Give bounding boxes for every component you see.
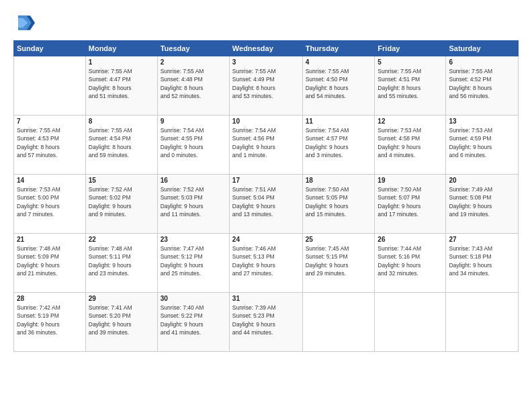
calendar-cell: 5Sunrise: 7:55 AMSunset: 4:51 PMDaylight… (375, 56, 446, 116)
calendar-cell (446, 293, 519, 352)
calendar-cell: 11Sunrise: 7:54 AMSunset: 4:57 PMDayligh… (302, 116, 375, 175)
day-info: Sunrise: 7:53 AMSunset: 4:58 PMDaylight:… (378, 126, 443, 159)
day-info: Sunrise: 7:44 AMSunset: 5:16 PMDaylight:… (378, 244, 443, 277)
calendar-cell (302, 293, 375, 352)
calendar-cell: 29Sunrise: 7:41 AMSunset: 5:20 PMDayligh… (85, 293, 157, 352)
day-info: Sunrise: 7:55 AMSunset: 4:48 PMDaylight:… (161, 67, 226, 100)
calendar-cell: 6Sunrise: 7:55 AMSunset: 4:52 PMDaylight… (446, 56, 519, 116)
calendar-cell: 21Sunrise: 7:48 AMSunset: 5:09 PMDayligh… (14, 234, 86, 293)
day-info: Sunrise: 7:48 AMSunset: 5:09 PMDaylight:… (17, 244, 83, 277)
day-number: 29 (89, 295, 154, 302)
day-info: Sunrise: 7:55 AMSunset: 4:50 PMDaylight:… (306, 67, 372, 100)
day-info: Sunrise: 7:52 AMSunset: 5:02 PMDaylight:… (89, 185, 154, 218)
day-info: Sunrise: 7:40 AMSunset: 5:22 PMDaylight:… (161, 304, 226, 336)
weekday-header-row: SundayMondayTuesdayWednesdayThursdayFrid… (14, 41, 519, 56)
day-number: 8 (89, 118, 154, 125)
day-number: 4 (306, 58, 372, 66)
day-info: Sunrise: 7:43 AMSunset: 5:18 PMDaylight:… (449, 244, 515, 277)
calendar-cell: 8Sunrise: 7:55 AMSunset: 4:54 PMDaylight… (85, 116, 157, 175)
day-info: Sunrise: 7:45 AMSunset: 5:15 PMDaylight:… (306, 244, 372, 277)
weekday-header-friday: Friday (375, 41, 446, 56)
week-row-3: 14Sunrise: 7:53 AMSunset: 5:00 PMDayligh… (14, 175, 519, 234)
day-number: 31 (232, 295, 300, 302)
day-number: 7 (17, 118, 83, 125)
weekday-header-wednesday: Wednesday (229, 41, 302, 56)
calendar-cell: 25Sunrise: 7:45 AMSunset: 5:15 PMDayligh… (302, 234, 375, 293)
calendar-cell: 4Sunrise: 7:55 AMSunset: 4:50 PMDaylight… (302, 56, 375, 116)
day-number: 16 (161, 177, 226, 184)
calendar-cell: 23Sunrise: 7:47 AMSunset: 5:12 PMDayligh… (157, 234, 229, 293)
calendar-table: SundayMondayTuesdayWednesdayThursdayFrid… (13, 40, 519, 352)
day-info: Sunrise: 7:54 AMSunset: 4:56 PMDaylight:… (232, 126, 300, 159)
calendar-cell (375, 293, 446, 352)
calendar-cell: 10Sunrise: 7:54 AMSunset: 4:56 PMDayligh… (229, 116, 302, 175)
day-number: 24 (232, 236, 300, 243)
week-row-5: 28Sunrise: 7:42 AMSunset: 5:19 PMDayligh… (14, 293, 519, 352)
page: SundayMondayTuesdayWednesdayThursdayFrid… (0, 0, 532, 411)
calendar-cell (14, 56, 86, 116)
day-info: Sunrise: 7:47 AMSunset: 5:12 PMDaylight:… (161, 244, 226, 277)
calendar-cell: 7Sunrise: 7:55 AMSunset: 4:53 PMDaylight… (14, 116, 86, 175)
calendar-cell: 15Sunrise: 7:52 AMSunset: 5:02 PMDayligh… (85, 175, 157, 234)
day-number: 22 (89, 236, 154, 243)
day-info: Sunrise: 7:41 AMSunset: 5:20 PMDaylight:… (89, 304, 154, 336)
day-number: 5 (378, 58, 443, 66)
calendar-cell: 13Sunrise: 7:53 AMSunset: 4:59 PMDayligh… (446, 116, 519, 175)
day-info: Sunrise: 7:48 AMSunset: 5:11 PMDaylight:… (89, 244, 154, 277)
day-number: 13 (449, 118, 515, 125)
calendar-cell: 16Sunrise: 7:52 AMSunset: 5:03 PMDayligh… (157, 175, 229, 234)
calendar-cell: 1Sunrise: 7:55 AMSunset: 4:47 PMDaylight… (85, 56, 157, 116)
week-row-4: 21Sunrise: 7:48 AMSunset: 5:09 PMDayligh… (14, 234, 519, 293)
day-info: Sunrise: 7:39 AMSunset: 5:23 PMDaylight:… (232, 304, 300, 336)
weekday-header-monday: Monday (85, 41, 157, 56)
day-number: 21 (17, 236, 83, 243)
day-number: 28 (17, 295, 83, 302)
calendar-cell: 3Sunrise: 7:55 AMSunset: 4:49 PMDaylight… (229, 56, 302, 116)
day-info: Sunrise: 7:53 AMSunset: 5:00 PMDaylight:… (17, 185, 83, 218)
calendar-cell: 24Sunrise: 7:46 AMSunset: 5:13 PMDayligh… (229, 234, 302, 293)
day-number: 23 (161, 236, 226, 243)
calendar-cell: 14Sunrise: 7:53 AMSunset: 5:00 PMDayligh… (14, 175, 86, 234)
day-info: Sunrise: 7:53 AMSunset: 4:59 PMDaylight:… (449, 126, 515, 159)
calendar-cell: 19Sunrise: 7:50 AMSunset: 5:07 PMDayligh… (375, 175, 446, 234)
week-row-1: 1Sunrise: 7:55 AMSunset: 4:47 PMDaylight… (14, 56, 519, 116)
calendar-cell: 9Sunrise: 7:54 AMSunset: 4:55 PMDaylight… (157, 116, 229, 175)
weekday-header-saturday: Saturday (446, 41, 519, 56)
day-info: Sunrise: 7:55 AMSunset: 4:52 PMDaylight:… (449, 67, 515, 100)
header (13, 12, 519, 34)
calendar-cell: 27Sunrise: 7:43 AMSunset: 5:18 PMDayligh… (446, 234, 519, 293)
day-info: Sunrise: 7:55 AMSunset: 4:54 PMDaylight:… (89, 126, 154, 159)
calendar-cell: 17Sunrise: 7:51 AMSunset: 5:04 PMDayligh… (229, 175, 302, 234)
calendar-cell: 28Sunrise: 7:42 AMSunset: 5:19 PMDayligh… (14, 293, 86, 352)
weekday-header-tuesday: Tuesday (157, 41, 229, 56)
day-info: Sunrise: 7:51 AMSunset: 5:04 PMDaylight:… (232, 185, 300, 218)
day-info: Sunrise: 7:42 AMSunset: 5:19 PMDaylight:… (17, 304, 83, 336)
calendar-cell: 12Sunrise: 7:53 AMSunset: 4:58 PMDayligh… (375, 116, 446, 175)
day-number: 3 (232, 58, 300, 66)
day-number: 19 (378, 177, 443, 184)
day-info: Sunrise: 7:50 AMSunset: 5:05 PMDaylight:… (306, 185, 372, 218)
day-number: 12 (378, 118, 443, 125)
logo (13, 12, 38, 34)
day-number: 25 (306, 236, 372, 243)
day-info: Sunrise: 7:55 AMSunset: 4:51 PMDaylight:… (378, 67, 443, 100)
day-number: 1 (89, 58, 154, 66)
day-info: Sunrise: 7:55 AMSunset: 4:47 PMDaylight:… (89, 67, 154, 100)
week-row-2: 7Sunrise: 7:55 AMSunset: 4:53 PMDaylight… (14, 116, 519, 175)
day-info: Sunrise: 7:46 AMSunset: 5:13 PMDaylight:… (232, 244, 300, 277)
calendar-cell: 18Sunrise: 7:50 AMSunset: 5:05 PMDayligh… (302, 175, 375, 234)
day-info: Sunrise: 7:50 AMSunset: 5:07 PMDaylight:… (378, 185, 443, 218)
day-number: 6 (449, 58, 515, 66)
weekday-header-sunday: Sunday (14, 41, 86, 56)
day-number: 14 (17, 177, 83, 184)
calendar-cell: 26Sunrise: 7:44 AMSunset: 5:16 PMDayligh… (375, 234, 446, 293)
day-info: Sunrise: 7:54 AMSunset: 4:57 PMDaylight:… (306, 126, 372, 159)
day-number: 18 (306, 177, 372, 184)
day-number: 9 (161, 118, 226, 125)
day-info: Sunrise: 7:55 AMSunset: 4:49 PMDaylight:… (232, 67, 300, 100)
day-info: Sunrise: 7:55 AMSunset: 4:53 PMDaylight:… (17, 126, 83, 159)
day-number: 20 (449, 177, 515, 184)
day-number: 2 (161, 58, 226, 66)
day-info: Sunrise: 7:54 AMSunset: 4:55 PMDaylight:… (161, 126, 226, 159)
calendar-cell: 31Sunrise: 7:39 AMSunset: 5:23 PMDayligh… (229, 293, 302, 352)
